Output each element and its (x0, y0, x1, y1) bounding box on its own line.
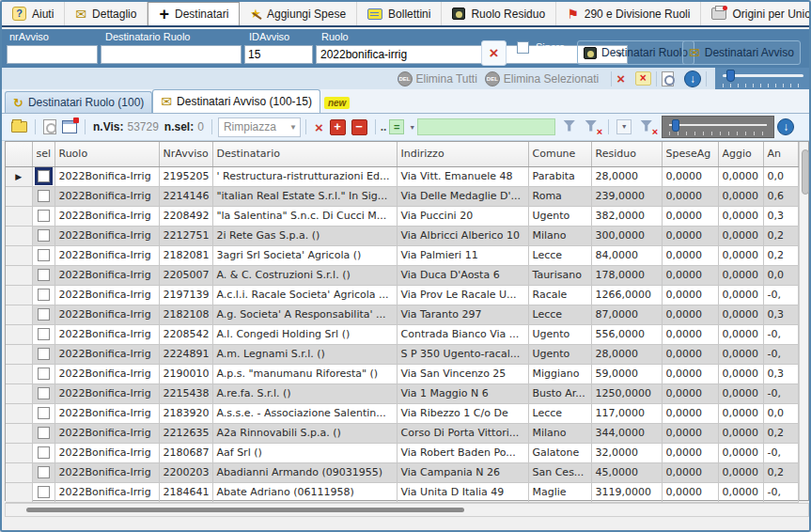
tab-aiuti[interactable]: ?Aiuti (2, 2, 65, 25)
cell[interactable]: 0,0000 (662, 383, 718, 403)
tab-290-e-divisione-ruoli[interactable]: ⚑290 e Divisione Ruoli (556, 2, 701, 25)
remove-row-button[interactable]: − (351, 119, 367, 135)
column-header-sel[interactable]: sel (32, 142, 55, 166)
cell[interactable]: 0,0000 (718, 186, 763, 206)
cell[interactable]: 0,0 (763, 166, 798, 186)
cell[interactable]: 0,0000 (718, 482, 763, 502)
destinatario-ruolo-input[interactable] (101, 45, 242, 64)
cell[interactable]: 2022Bonifica-Irrig (55, 364, 159, 383)
cell[interactable]: 84,0000 (591, 245, 662, 265)
cell[interactable]: 0,2 (763, 423, 798, 443)
cell[interactable]: 0,0000 (718, 166, 763, 186)
table-row[interactable]: 2022Bonifica-Irrig2214146"italian Real E… (6, 186, 798, 206)
idavviso-input[interactable] (244, 45, 313, 64)
preview-icon[interactable] (662, 71, 675, 86)
column-header-speseag[interactable]: SpeseAg (662, 142, 718, 166)
table-row[interactable]: 2022Bonifica-Irrig22127512i Rete Gas S.p… (6, 226, 798, 245)
cell[interactable]: Racale (528, 285, 591, 305)
row-selector[interactable] (6, 245, 32, 265)
tab-dettaglio[interactable]: ✉Dettaglio (65, 2, 148, 25)
cell[interactable]: 0,0000 (718, 383, 763, 403)
row-checkbox[interactable] (38, 269, 50, 281)
cell[interactable]: 0,0 (763, 265, 798, 285)
tab-aggiungi-spese[interactable]: ★Aggiungi Spese (240, 2, 357, 25)
export-table-icon[interactable] (62, 120, 77, 133)
cell[interactable]: -0, (763, 324, 798, 344)
cell[interactable]: A.l. Congedi Holding Srl () (212, 324, 397, 344)
print-preview-icon[interactable] (43, 119, 56, 134)
cell[interactable]: A2a Rinnovabili S.p.a. () (212, 423, 397, 443)
cell[interactable]: 0,0000 (718, 462, 763, 482)
cell[interactable]: -0, (763, 443, 798, 462)
clear-search-button[interactable]: × (481, 40, 507, 66)
cell[interactable]: 32,0000 (591, 443, 662, 462)
cell[interactable]: Via Puccini 20 (397, 206, 528, 226)
cell[interactable]: A.p.s. "manumanu Riforesta" () (212, 364, 397, 383)
cell[interactable]: 28,0000 (591, 344, 662, 364)
cell[interactable]: 59,0000 (591, 364, 662, 383)
row-checkbox[interactable] (38, 486, 50, 498)
cell[interactable]: 0,2 (763, 245, 798, 265)
row-checkbox[interactable] (38, 427, 50, 439)
vertical-scrollbar[interactable] (799, 142, 809, 500)
cell[interactable]: ' Restructura-ristrutturazioni Ed... (212, 166, 397, 186)
cell[interactable]: 0,3 (763, 305, 798, 324)
cell[interactable]: Via Delle Medaglie D'... (397, 186, 528, 206)
cell[interactable]: 1266,0000 (591, 285, 662, 305)
row-selector[interactable] (6, 423, 32, 443)
cell[interactable]: Via Palmieri 11 (397, 245, 528, 265)
cell[interactable]: A.c.l.i. Racale Societa' Agricola ... (212, 285, 397, 305)
cell[interactable]: Miggiano (528, 364, 591, 383)
cell[interactable]: 382,0000 (591, 206, 662, 226)
zoom-slider[interactable] (715, 68, 809, 89)
clear-filter-icon[interactable]: × (585, 120, 600, 134)
table-row[interactable]: 2022Bonifica-Irrig2180687Aaf Srl ()Via R… (6, 443, 798, 462)
tab-destinatari-ruolo-100[interactable]: ↻Destinatari Ruolo (100) (5, 91, 152, 113)
cell[interactable]: 2182081 (159, 245, 212, 265)
table-row[interactable]: 2022Bonifica-Irrig21820813agri Srl Socie… (6, 245, 798, 265)
cell[interactable]: San Ces... (528, 462, 591, 482)
cell[interactable]: 2212635 (159, 423, 212, 443)
column-header-destinatario[interactable]: Destinatario (212, 142, 397, 166)
cell[interactable]: 2224891 (159, 344, 212, 364)
row-checkbox[interactable] (38, 170, 50, 182)
elimina-tutti-button[interactable]: DEL Elimina Tutti (398, 71, 477, 86)
cell[interactable]: Via Duca D'Aosta 6 (397, 265, 528, 285)
tab-destinatari-avviso-100-15[interactable]: ✉Destinatari Avviso (100-15) (152, 89, 320, 113)
cell[interactable]: 2214146 (159, 186, 212, 206)
cell[interactable]: 0,0000 (662, 423, 718, 443)
cell[interactable]: 87,0000 (591, 305, 662, 324)
cell[interactable]: 0,0000 (662, 324, 718, 344)
cell[interactable]: Via Albricci Alberico 10 (397, 226, 528, 245)
table-row[interactable]: 2022Bonifica-Irrig2183920A.s.s.e. - Asso… (6, 403, 798, 423)
row-selector[interactable] (6, 324, 32, 344)
table-row[interactable]: 2022Bonifica-Irrig2224891A.m. Legnami S.… (6, 344, 798, 364)
cell[interactable]: 0,0000 (718, 305, 763, 324)
cell[interactable]: Corso Di Porta Vittori... (397, 423, 528, 443)
cell[interactable]: 45,0000 (591, 462, 662, 482)
cell[interactable]: -0, (763, 482, 798, 502)
cell[interactable]: 0,0000 (662, 186, 718, 206)
apply-filter-icon[interactable] (563, 120, 579, 134)
table-row[interactable]: 2022Bonifica-Irrig2197139A.c.l.i. Racale… (6, 285, 798, 305)
column-header-indirizzo[interactable]: Indirizzo (397, 142, 528, 166)
row-selector[interactable] (6, 462, 32, 482)
cell[interactable]: 2190010 (159, 364, 212, 383)
cell[interactable]: Busto Ar... (528, 383, 591, 403)
cell[interactable]: Abadianni Armando (09031955) (212, 462, 397, 482)
row-checkbox[interactable] (38, 466, 50, 478)
row-checkbox[interactable] (38, 289, 50, 301)
cell[interactable]: 2212751 (159, 226, 212, 245)
cell[interactable]: A.re.fa. S.r.l. () (212, 383, 397, 403)
cell[interactable]: 556,0000 (591, 324, 662, 344)
delete-document-icon[interactable]: × (635, 71, 651, 86)
cell[interactable]: 0,0000 (718, 285, 763, 305)
cell[interactable]: Via Robert Baden Po... (397, 443, 528, 462)
cell[interactable]: 0,0000 (718, 324, 763, 344)
cell[interactable]: 0,3 (763, 206, 798, 226)
table-row[interactable]: 2022Bonifica-Irrig2182108A.g. Societa' A… (6, 305, 798, 324)
row-selector[interactable]: ▶ (6, 166, 32, 186)
equals-operator[interactable]: = (389, 119, 404, 134)
cell[interactable]: -0, (763, 383, 798, 403)
row-selector[interactable] (6, 383, 32, 403)
